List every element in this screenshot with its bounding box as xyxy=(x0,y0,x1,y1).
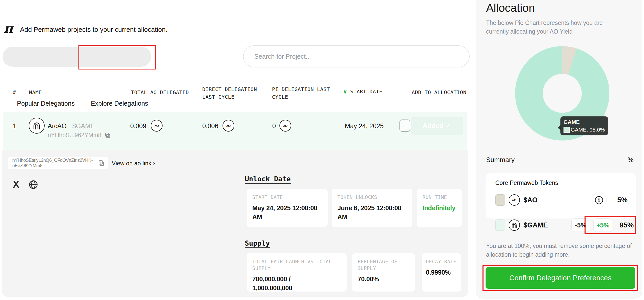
game-color-swatch xyxy=(495,219,505,231)
col-header-add-to-allocation: ADD TO ALLOCATION xyxy=(412,89,466,95)
ao-token-icon: ʌO xyxy=(509,194,520,206)
direct-delegation-value: 0.006 xyxy=(202,122,218,130)
tooltip-value: GAME: 95.0% xyxy=(571,127,605,133)
pi-delegation-value: 0 xyxy=(272,122,276,130)
col-header-direct-delegation: DIRECT DELEGATION LAST CYCLE xyxy=(202,85,258,101)
percent-column-heading: % xyxy=(628,156,633,164)
view-on-aolink-link[interactable]: View on ao.link › xyxy=(112,160,155,167)
search-input[interactable] xyxy=(243,45,470,67)
project-address-short-wrap: nYHhoS...962YMm8 xyxy=(48,132,111,139)
ao-color-swatch xyxy=(495,194,505,206)
allocation-subtitle: The below Pie Chart represents how you a… xyxy=(486,18,626,36)
copy-full-address-icon[interactable] xyxy=(98,160,105,166)
token-unlocks-card: TOKEN UNLOCKS June 6, 2025 12:00:00 AM xyxy=(332,189,412,227)
core-tokens-title: Core Permaweb Tokens xyxy=(495,179,558,186)
token-row-ao: ʌO $AO i 5% xyxy=(495,193,628,207)
copy-address-icon[interactable] xyxy=(105,132,111,138)
project-ticker: $GAME xyxy=(72,122,95,130)
ao-token-icon: ʌO xyxy=(151,120,163,132)
token-row-game: $GAME -5% +5% 95% xyxy=(495,218,634,232)
pie-chart-tooltip: GAME GAME: 95.0% xyxy=(560,116,608,135)
full-address: nYHhoSEtelyL3nQ6_CFoOVnZfnz2VHK-nEez962Y… xyxy=(12,158,98,168)
website-globe-icon[interactable] xyxy=(28,179,38,190)
card-value: May 24, 2025 12:00:00 AM xyxy=(252,204,322,222)
card-label: RUN TIME xyxy=(422,194,456,201)
game-token-name: $GAME xyxy=(524,221,548,229)
fair-launch-card: TOTAL FAIR LAUNCH VS TOTAL SUPPLY 700,00… xyxy=(247,253,347,292)
card-value: 0.9990% xyxy=(426,268,457,277)
arcao-arch-icon xyxy=(32,121,42,131)
total-ao-delegated-value: 0.009 xyxy=(130,122,146,130)
allocation-warning-text: You are at 100%, you must remove some pe… xyxy=(486,242,633,259)
full-address-pill: nYHhoSEtelyL3nQ6_CFoOVnZfnz2VHK-nEez962Y… xyxy=(8,157,108,169)
project-address-short: nYHhoS...962YMm8 xyxy=(48,132,102,139)
confirm-delegation-button[interactable]: Confirm Delegation Preferences xyxy=(486,267,635,289)
increase-5-button[interactable]: +5% xyxy=(593,218,612,232)
tab-popular-delegations[interactable]: Popular Delegations xyxy=(17,100,75,107)
summary-divider xyxy=(486,169,636,169)
ao-token-icon: ʌO xyxy=(279,120,291,132)
sort-desc-chevron-icon: ∨ xyxy=(343,88,347,95)
project-name: ArcAO xyxy=(48,122,67,130)
x-twitter-icon[interactable]: X xyxy=(13,179,19,190)
ao-token-name: $AO xyxy=(524,196,538,204)
page-title: Add Permaweb projects to your current al… xyxy=(20,26,167,34)
row-index: 1 xyxy=(13,122,16,130)
permaweb-pi-logo-icon: π xyxy=(4,21,13,36)
tooltip-title: GAME xyxy=(564,119,605,125)
ao-info-button[interactable]: i xyxy=(592,193,607,207)
col-header-start-date: START DATE xyxy=(350,88,382,95)
percentage-of-supply-card: PERCENTAGE OF SUPPLY 70.00% xyxy=(352,253,415,292)
col-header-num: # xyxy=(13,89,16,95)
table-row-arcao[interactable] xyxy=(3,112,467,150)
col-header-start-date-sort[interactable]: ∨ START DATE xyxy=(343,88,383,95)
game-percent: 95% xyxy=(619,221,634,229)
col-header-name: NAME xyxy=(29,89,42,95)
card-label: TOKEN UNLOCKS xyxy=(337,194,407,201)
tooltip-game-swatch xyxy=(564,127,570,133)
card-value: 70.00% xyxy=(358,275,409,284)
tab-explore-delegations[interactable]: Explore Delegations xyxy=(86,95,153,112)
delegation-page: π Add Permaweb projects to your current … xyxy=(0,0,644,300)
tab-explore-label: Explore Delegations xyxy=(91,100,148,107)
summary-heading: Summary xyxy=(486,156,515,164)
added-status-badge: Added ✓ xyxy=(411,117,463,135)
ao-percent: 5% xyxy=(617,196,628,204)
ao-token-icon: ʌO xyxy=(223,120,234,132)
card-label: TOTAL FAIR LAUNCH VS TOTAL SUPPLY xyxy=(252,258,341,272)
card-label: START DATE xyxy=(252,194,322,201)
info-icon: i xyxy=(595,196,603,204)
arcao-logo-avatar xyxy=(29,118,45,134)
unlock-date-heading: Unlock Date xyxy=(245,175,291,183)
start-date-value: May 24, 2025 xyxy=(345,122,384,130)
card-label: DECAY RATE xyxy=(426,258,457,265)
col-header-pi-delegation: PI DELEGATION LAST CYCLE xyxy=(272,85,330,101)
supply-heading: Supply xyxy=(245,239,270,247)
allocation-title: Allocation xyxy=(486,2,535,14)
add-to-allocation-checkbox[interactable] xyxy=(399,119,410,132)
delegation-tabs: Popular Delegations Explore Delegations xyxy=(3,47,151,67)
start-date-card: START DATE May 24, 2025 12:00:00 AM xyxy=(247,189,328,227)
decrease-5-button[interactable]: -5% xyxy=(571,218,590,232)
card-value: Indefinitely xyxy=(422,204,456,213)
col-header-total-ao: TOTAL AO DELEGATED xyxy=(131,89,189,95)
run-time-card: RUN TIME Indefinitely xyxy=(417,189,462,227)
card-value: 700,000,000 / 1,000,000,000 xyxy=(252,275,314,293)
arcao-token-icon xyxy=(509,219,520,231)
card-label: PERCENTAGE OF SUPPLY xyxy=(358,258,401,272)
decay-rate-card: DECAY RATE 0.9990% xyxy=(422,253,461,292)
tooltip-arrow xyxy=(558,125,561,130)
card-value: June 6, 2025 12:00:00 AM xyxy=(337,204,407,222)
